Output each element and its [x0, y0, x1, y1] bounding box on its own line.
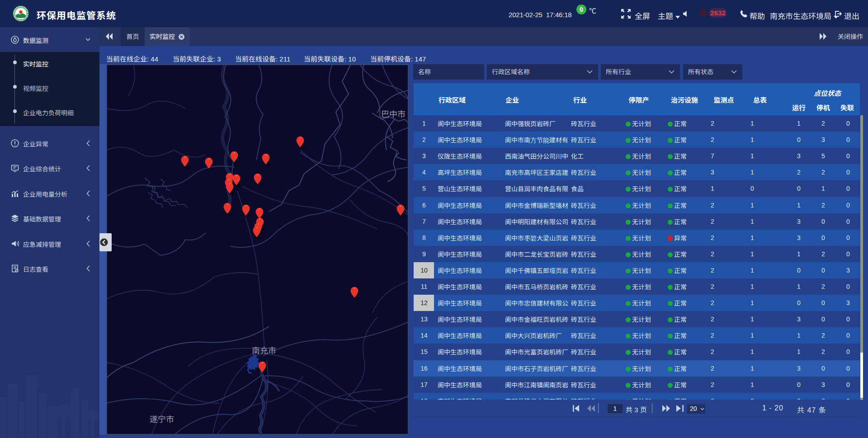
svg-text:遂宁市: 遂宁市: [150, 415, 174, 424]
svg-text:巴中市: 巴中市: [381, 110, 406, 119]
svg-text:南充市: 南充市: [252, 346, 276, 355]
